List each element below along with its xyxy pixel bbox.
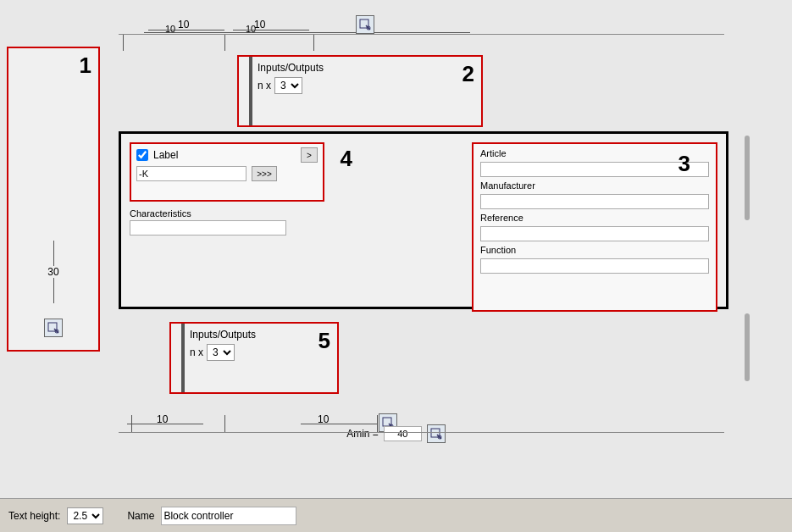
- panel-2-vert-bar: [249, 57, 252, 125]
- dim-arrow-v: [53, 241, 54, 266]
- panel-2-number: 2: [462, 61, 474, 87]
- panel-2-title: Inputs/Outputs: [258, 62, 324, 74]
- label-prefix-input[interactable]: [136, 166, 246, 181]
- horiz-span-bottom: [119, 432, 724, 433]
- tick-v-1: [123, 34, 124, 51]
- dim-num-bot-1: 10: [157, 413, 168, 425]
- right-gray-bar-2: [745, 313, 750, 381]
- label-triple-arrow-btn[interactable]: >>>: [252, 166, 277, 181]
- horiz-span-top: [119, 34, 724, 35]
- dim-arrow-v2: [53, 278, 54, 303]
- top-icon-button[interactable]: [356, 15, 374, 34]
- canvas-area: 10 10 10 10 1 30: [0, 0, 792, 498]
- amin-label: Amin =: [346, 428, 379, 440]
- function-input[interactable]: [480, 258, 709, 274]
- dim-seg-2: [233, 30, 309, 30]
- manufacturer-label: Manufacturer: [480, 180, 709, 191]
- label-checkbox[interactable]: [136, 149, 148, 161]
- name-label: Name: [127, 510, 154, 522]
- panel-1-number: 1: [80, 53, 91, 79]
- panel-5-number: 5: [318, 328, 330, 354]
- main-block: Label > >>> 4 Characteristics 3 Article …: [119, 131, 728, 309]
- dim-num-bot-2: 10: [318, 413, 329, 425]
- amin-row: Amin =: [0, 424, 792, 443]
- tick-v-2: [224, 34, 225, 51]
- amin-icon-button[interactable]: [427, 424, 446, 443]
- manufacturer-input[interactable]: [480, 194, 709, 209]
- panel-4: Label > >>> 4: [130, 142, 324, 202]
- panel-3: 3 Article Manufacturer Reference Functio…: [472, 142, 717, 312]
- panel-3-number: 3: [678, 151, 690, 177]
- panel-1-icon-button[interactable]: [44, 319, 63, 337]
- label-arrow-btn[interactable]: >: [301, 147, 318, 163]
- panel-5-nx: n x: [190, 346, 203, 358]
- characteristics-section: Characteristics: [130, 208, 324, 236]
- text-height-label: Text height:: [8, 510, 60, 522]
- panel-5-title: Inputs/Outputs: [190, 329, 256, 341]
- article-label: Article: [480, 148, 709, 158]
- article-input[interactable]: [480, 162, 709, 177]
- function-label: Function: [480, 245, 709, 255]
- name-input[interactable]: [161, 507, 296, 525]
- reference-input[interactable]: [480, 226, 709, 241]
- reference-label: Reference: [480, 213, 709, 223]
- tick-v-3: [313, 34, 314, 51]
- right-gray-bar-1: [745, 136, 750, 220]
- dim-line-top: [144, 32, 470, 33]
- panel-1: 1 30: [7, 47, 100, 352]
- dim-30-label: 30: [47, 266, 58, 278]
- characteristics-input[interactable]: [130, 220, 286, 236]
- panel-2-select[interactable]: 3 1 2 4: [274, 77, 302, 94]
- bottom-bar: Text height: 2.5 1.5 3.5 5.0 Name: [0, 498, 792, 532]
- panel-5-vert-bar: [181, 324, 185, 392]
- panel-4-number: 4: [341, 146, 352, 172]
- dim-num-top-1: 10: [178, 19, 189, 30]
- text-height-select[interactable]: 2.5 1.5 3.5 5.0: [67, 507, 103, 524]
- amin-input[interactable]: [384, 426, 422, 441]
- dim-top-left-label: 10: [165, 24, 175, 34]
- panel-2-nx: n x: [258, 80, 271, 91]
- panel-5: Inputs/Outputs n x 3 1 2 4 5: [169, 322, 339, 394]
- dim-num-top-2: 10: [254, 19, 265, 30]
- characteristics-label: Characteristics: [130, 208, 324, 219]
- article-form: Article Manufacturer Reference Function: [480, 148, 709, 274]
- panel-2: 2 Inputs/Outputs n x 3 1 2 4: [237, 55, 483, 127]
- panel-5-select[interactable]: 3 1 2 4: [207, 344, 235, 361]
- label-text: Label: [153, 149, 296, 161]
